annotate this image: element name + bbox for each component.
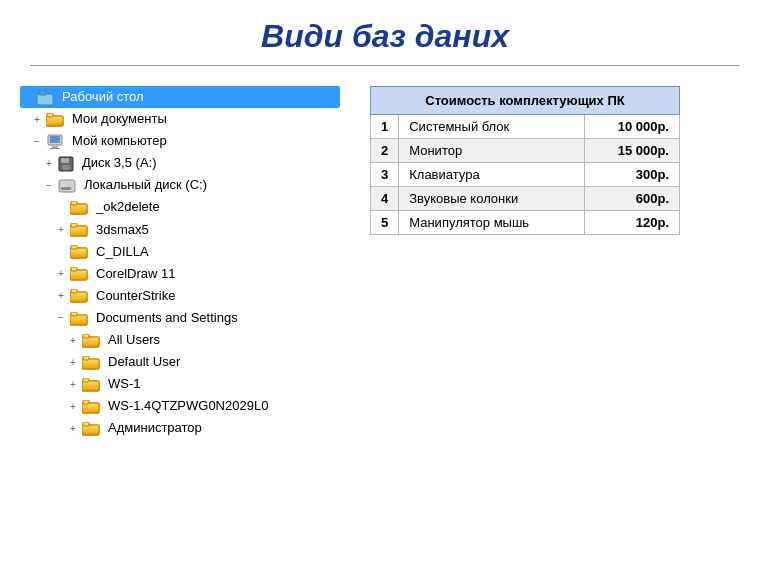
hdd-icon bbox=[58, 174, 76, 196]
folder-icon bbox=[70, 307, 88, 329]
tree-item-admin[interactable]: + Администратор bbox=[68, 417, 340, 439]
floppy-icon bbox=[58, 152, 74, 174]
divider bbox=[30, 65, 740, 66]
tree-item-label: Локальный диск (C:) bbox=[84, 174, 207, 196]
tree-item-label: _ok2delete bbox=[96, 196, 160, 218]
svg-rect-26 bbox=[71, 267, 77, 271]
tree-item-defaultuser[interactable]: + Default User bbox=[68, 351, 340, 373]
tree-item-label: Documents and Settings bbox=[96, 307, 238, 329]
tree-item-mycomp[interactable]: − Мой компьютер bbox=[32, 130, 340, 152]
svg-rect-11 bbox=[62, 165, 70, 170]
folder-icon bbox=[46, 108, 64, 130]
row-name: Клавиатура bbox=[399, 163, 585, 187]
row-price: 300р. bbox=[584, 163, 679, 187]
svg-rect-17 bbox=[71, 201, 77, 205]
row-number: 3 bbox=[371, 163, 399, 187]
svg-rect-44 bbox=[83, 400, 89, 404]
expand-icon[interactable]: + bbox=[56, 287, 66, 304]
svg-rect-1 bbox=[39, 90, 46, 95]
svg-rect-8 bbox=[50, 148, 60, 149]
svg-rect-23 bbox=[71, 245, 77, 249]
folder-icon bbox=[70, 285, 88, 307]
expand-icon[interactable]: + bbox=[56, 265, 66, 282]
tree-item-floppy[interactable]: + Диск 3,5 (A:) bbox=[44, 152, 340, 174]
tree-item-label: Рабочий стол bbox=[62, 86, 144, 108]
svg-rect-29 bbox=[71, 289, 77, 293]
row-number: 1 bbox=[371, 115, 399, 139]
folder-icon bbox=[70, 263, 88, 285]
expand-icon[interactable]: + bbox=[68, 332, 78, 349]
expand-icon[interactable]: + bbox=[68, 354, 78, 371]
table-header: Стоимость комплектующих ПК bbox=[371, 87, 680, 115]
row-price: 10 000р. bbox=[584, 115, 679, 139]
page-title: Види баз даних bbox=[0, 0, 770, 65]
svg-rect-12 bbox=[59, 180, 75, 192]
tree-item-ok2delete[interactable]: _ok2delete bbox=[56, 196, 340, 218]
tree-item-coreldraw[interactable]: + CorelDraw 11 bbox=[56, 263, 340, 285]
folder-icon bbox=[82, 373, 100, 395]
table-row: 5Манипулятор мышь120р. bbox=[371, 211, 680, 235]
svg-rect-0 bbox=[37, 94, 53, 105]
table-row: 2Монитор15 000р. bbox=[371, 139, 680, 163]
tree-item-label: C_DILLA bbox=[96, 241, 149, 263]
expand-icon[interactable]: + bbox=[68, 420, 78, 437]
tree-item-ws1[interactable]: + WS-1 bbox=[68, 373, 340, 395]
expand-icon[interactable]: + bbox=[44, 155, 54, 172]
table-row: 1Системный блок10 000р. bbox=[371, 115, 680, 139]
svg-rect-41 bbox=[83, 378, 89, 382]
tree-item-label: Default User bbox=[108, 351, 180, 373]
row-number: 5 bbox=[371, 211, 399, 235]
folder-icon bbox=[70, 241, 88, 263]
folder-icon bbox=[82, 417, 100, 439]
expand-icon[interactable]: + bbox=[56, 221, 66, 238]
tree-item-label: Диск 3,5 (A:) bbox=[82, 152, 157, 174]
tree-item-counterstrike[interactable]: + CounterStrike bbox=[56, 285, 340, 307]
tree-item-3dsmax[interactable]: + 3dsmax5 bbox=[56, 219, 340, 241]
table-row: 4Звуковые колонки600р. bbox=[371, 187, 680, 211]
svg-rect-20 bbox=[71, 223, 77, 227]
row-number: 4 bbox=[371, 187, 399, 211]
computer-icon bbox=[46, 130, 64, 152]
row-price: 15 000р. bbox=[584, 139, 679, 163]
tree-item-label: Мои документы bbox=[72, 108, 167, 130]
tree-item-localc[interactable]: − Локальный диск (C:) bbox=[44, 174, 340, 196]
folder-icon bbox=[70, 196, 88, 218]
file-tree: Рабочий стол+ Мои документы− Мой компьют… bbox=[20, 86, 340, 440]
expand-icon[interactable]: + bbox=[68, 376, 78, 393]
svg-rect-10 bbox=[61, 158, 69, 163]
price-table: Стоимость комплектующих ПК 1Системный бл… bbox=[370, 86, 680, 235]
tree-item-label: CorelDraw 11 bbox=[96, 263, 175, 285]
svg-rect-38 bbox=[83, 356, 89, 360]
expand-icon[interactable]: − bbox=[32, 133, 42, 150]
expand-icon[interactable]: − bbox=[56, 309, 66, 326]
row-name: Звуковые колонки bbox=[399, 187, 585, 211]
tree-item-label: Мой компьютер bbox=[72, 130, 167, 152]
tree-item-docset[interactable]: − Documents and Settings bbox=[56, 307, 340, 329]
tree-item-label: Администратор bbox=[108, 417, 202, 439]
main-content: Рабочий стол+ Мои документы− Мой компьют… bbox=[0, 86, 770, 440]
row-name: Системный блок bbox=[399, 115, 585, 139]
tree-item-mydocs[interactable]: + Мои документы bbox=[32, 108, 340, 130]
tree-item-desktop[interactable]: Рабочий стол bbox=[20, 86, 340, 108]
desktop-icon bbox=[36, 86, 54, 108]
tree-item-allusers[interactable]: + All Users bbox=[68, 329, 340, 351]
svg-rect-4 bbox=[47, 113, 53, 117]
row-price: 120р. bbox=[584, 211, 679, 235]
row-number: 2 bbox=[371, 139, 399, 163]
svg-rect-13 bbox=[61, 187, 71, 190]
folder-icon bbox=[82, 395, 100, 417]
tree-item-ws14[interactable]: + WS-1.4QTZPWG0N2029L0 bbox=[68, 395, 340, 417]
expand-icon[interactable]: + bbox=[32, 111, 42, 128]
tree-item-label: CounterStrike bbox=[96, 285, 175, 307]
table-row: 3Клавиатура300р. bbox=[371, 163, 680, 187]
table-section: Стоимость комплектующих ПК 1Системный бл… bbox=[370, 86, 680, 235]
expand-icon[interactable]: − bbox=[44, 177, 54, 194]
tree-item-label: WS-1 bbox=[108, 373, 141, 395]
folder-icon bbox=[82, 351, 100, 373]
tree-item-label: 3dsmax5 bbox=[96, 219, 149, 241]
folder-icon bbox=[70, 219, 88, 241]
svg-rect-7 bbox=[52, 146, 58, 148]
svg-rect-32 bbox=[71, 312, 77, 316]
expand-icon[interactable]: + bbox=[68, 398, 78, 415]
tree-item-cdilla[interactable]: C_DILLA bbox=[56, 241, 340, 263]
